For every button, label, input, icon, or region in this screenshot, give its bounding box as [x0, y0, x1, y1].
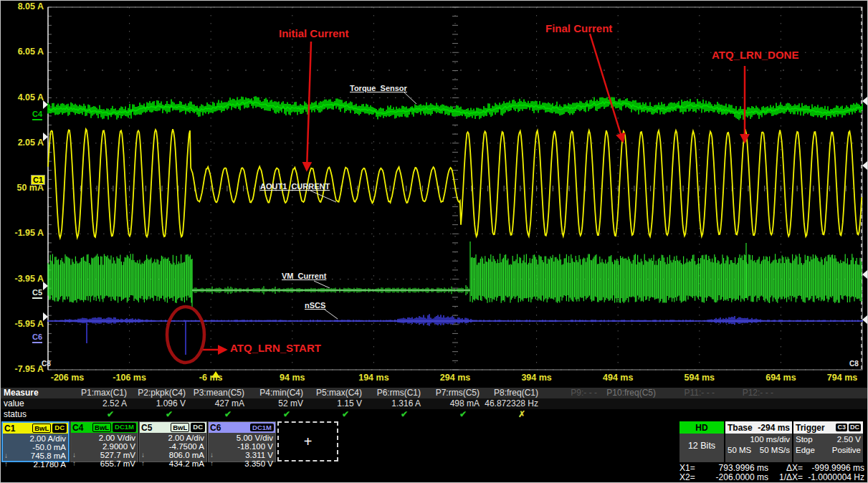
channel-max: 655.7 mV — [100, 459, 135, 468]
hd-mode-box[interactable]: HD 12 Bits — [679, 421, 724, 462]
measure-value-row-label: value — [1, 398, 72, 409]
measure-header-p3[interactable]: P3:mean(C5) — [190, 388, 249, 398]
channel-marker-c1[interactable]: C1 — [31, 175, 45, 185]
trigger-title: Trigger — [796, 423, 825, 433]
measure-header-p8[interactable]: P8:freq(C1) — [484, 388, 543, 398]
channel-header-c4: C4 BwLDC1M — [71, 422, 138, 433]
measure-status-p10 — [601, 409, 660, 420]
channel-marker-c4[interactable]: C4 — [31, 110, 44, 120]
y-axis-label: 2.05 A — [1, 138, 44, 148]
y-axis-label: 8.05 A — [1, 1, 44, 11]
y-axis-label: 4.05 A — [1, 92, 44, 102]
min-arrow-icon: ↓ — [4, 451, 8, 460]
cursor-readout: X1= 793.9996 ms ΔX= -999.9996 ms X2= -20… — [679, 464, 864, 482]
trace-label-nscs[interactable]: nSCS — [305, 301, 325, 310]
trace-indicator-left — [43, 312, 48, 321]
min-arrow-icon: ↓ — [141, 451, 145, 459]
trace-label-vm_current[interactable]: VM_Current — [282, 272, 326, 280]
resolution-bits: 12 Bits — [679, 434, 724, 451]
measure-status-p5: ✔ — [307, 409, 366, 420]
measure-value-p7: 498 mA — [425, 398, 484, 409]
add-trace-button[interactable]: + — [277, 421, 338, 462]
x-axis-label: 594 ms — [685, 373, 715, 383]
measure-header-p9[interactable]: P9:- - - — [543, 388, 601, 398]
sample-count: 50 MS — [728, 445, 751, 456]
measure-header-p6[interactable]: P6:rms(C1) — [366, 388, 425, 398]
annotation-initial-current: Initial Current — [279, 27, 349, 39]
coupling-badge: DC1M — [250, 424, 274, 431]
measure-value-p10 — [601, 398, 660, 409]
trace-label-leader — [404, 92, 416, 104]
measure-header-p1[interactable]: P1:max(C1) — [72, 388, 131, 398]
timebase-box[interactable]: Tbase -294 ms 100 ms/div 50 MS50 MS/s — [725, 421, 792, 462]
x-axis-label: 194 ms — [358, 373, 388, 383]
annotation-atq-lrn-done: ATQ_LRN_DONE — [712, 49, 798, 61]
x-axis-label: -106 ms — [113, 373, 146, 383]
measure-value-p1: 2.52 A — [72, 398, 131, 409]
measure-header-p5[interactable]: P5:max(C4) — [307, 388, 366, 398]
measure-value-p6: 1.316 A — [366, 398, 425, 409]
measure-header-p10[interactable]: P10:freq(C5) — [601, 388, 660, 398]
channel-header-c1: C1 BwLDC — [3, 423, 68, 434]
channel-header-c5: C5 BwLDC — [140, 422, 206, 433]
channel-header-c6: C6 DC1M — [209, 422, 275, 433]
measure-status-row-label: status — [1, 409, 72, 420]
measure-header-p7[interactable]: P7:rms(C5) — [425, 388, 484, 398]
measure-value-p2: 1.096 V — [131, 398, 190, 409]
channel-id-label: C4 — [72, 423, 83, 433]
measure-header-p4[interactable]: P4:min(C4) — [249, 388, 307, 398]
channel-min: 806.0 mA — [169, 451, 204, 459]
measure-status-p7: ✔ — [425, 409, 484, 420]
measure-value-p5: 1.15 V — [307, 398, 366, 409]
coupling-badge: DC1M — [113, 423, 136, 432]
min-arrow-icon: ↓ — [72, 451, 76, 459]
trace-indicator-right — [862, 97, 867, 105]
min-arrow-icon: ↓ — [210, 451, 214, 459]
measure-status-p3: ✔ — [190, 409, 249, 420]
measure-status-p11 — [660, 409, 719, 420]
channel-id-label: C6 — [210, 423, 221, 433]
channel-box-c1[interactable]: C1 BwLDC 2.00 A/div -50.0 mA ↓745.8 mA ↑… — [1, 421, 70, 462]
channel-id-label: C5 — [141, 423, 152, 433]
channel-max: 434.2 mA — [169, 459, 204, 468]
channel-box-c6[interactable]: C6 DC1M 5.00 V/div -18.100 V ↓3.311 V ↑3… — [208, 421, 276, 462]
channel-descriptor-row: C1 BwLDC 2.00 A/div -50.0 mA ↓745.8 mA ↑… — [1, 421, 868, 464]
measure-header-p2[interactable]: P2:pkpk(C4) — [131, 388, 190, 398]
trace-label-torque_sensor[interactable]: Torque_Sensor — [350, 84, 407, 92]
max-arrow-icon: ↑ — [210, 459, 214, 468]
channel-id-label: C1 — [4, 424, 15, 434]
timebase-scale: 100 ms/div — [750, 434, 790, 445]
x-axis-label: -6 ms — [199, 373, 223, 383]
measure-status-p2: ✔ — [131, 409, 190, 420]
trace-indicator-left — [43, 100, 48, 109]
waveform-plot-area[interactable]: 8.05 A6.05 A4.05 A2.05 A50 mA-1.95 A-3.9… — [1, 1, 868, 388]
channel-marker-c5[interactable]: C5 — [31, 288, 44, 299]
channel-offset: -18.100 V — [210, 442, 273, 451]
measure-header-p11[interactable]: P11:- - - — [660, 388, 719, 398]
measure-title: Measure — [1, 388, 72, 398]
channel-scale: 2.00 V/div — [72, 434, 135, 442]
trace-label-aout1_current[interactable]: AOUT1_CURRENT — [260, 182, 330, 191]
y-axis-label: -5.95 A — [1, 319, 44, 329]
measure-header-p12[interactable]: P12:- - - — [719, 388, 778, 398]
timebase-title: Tbase — [728, 423, 753, 433]
grid-corner-label-right: C8 — [849, 360, 859, 368]
measure-status-p8: ✗ — [484, 409, 543, 420]
channel-scale: 2.00 A/div — [4, 434, 66, 443]
trace-label-leader — [325, 310, 338, 319]
x2-label: X2= — [679, 473, 704, 482]
coupling-badge: DC — [191, 423, 205, 432]
x-axis-label: -206 ms — [51, 373, 85, 383]
trigger-box[interactable]: Trigger C3 DC Stop2.50 V EdgePositive — [793, 421, 863, 462]
channel-box-c5[interactable]: C5 BwLDC 2.00 A/div -4.7500 A ↓806.0 mA … — [139, 421, 207, 462]
channel-offset: -50.0 mA — [4, 443, 66, 451]
measure-status-p6: ✔ — [366, 409, 425, 420]
bandwidth-limit-badge: BwL — [32, 424, 51, 433]
sample-rate: 50 MS/s — [760, 445, 790, 456]
channel-marker-c6[interactable]: C6 — [31, 333, 44, 343]
channel-max: 3.350 V — [244, 459, 273, 468]
channel-max: 2.1780 A — [34, 460, 66, 469]
measure-value-p3: 427 mA — [190, 398, 249, 409]
x2-value: -206.0000 ms — [704, 473, 768, 482]
channel-box-c4[interactable]: C4 BwLDC1M 2.00 V/div 2.9000 V ↓527.7 mV… — [70, 421, 138, 462]
